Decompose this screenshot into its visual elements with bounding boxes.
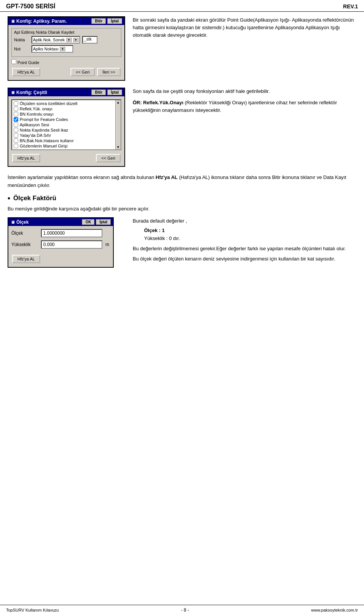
dialog3-ok-btn[interactable]: OK [82, 219, 94, 225]
body-paragraph: İstenilen ayarlamalar yapıldıktan sonra … [8, 174, 356, 190]
dialog1-titlebar: 🖥 Konfig: Apliksy. Param. Bitir İptal [8, 17, 124, 25]
checklist-label-6: Yatay'da DA Sıfır [20, 133, 51, 138]
dialog1-container: 🖥 Konfig: Apliksy. Param. Bitir İptal Ap… [8, 16, 125, 81]
dialog2-container: 🖥 Konfig: Çeşitli Bitir İptal Ölçüden so… [8, 88, 125, 167]
dialog2-geri-btn[interactable]: << Geri [96, 154, 121, 162]
checklist-checkbox-3[interactable] [14, 117, 18, 122]
dialog1-iptal-btn[interactable]: İptal [107, 18, 122, 24]
dialog2-title: Konfig: Çeşitli [16, 90, 90, 95]
dialog3-intro: Burada default değerler , [133, 217, 356, 225]
dropdown-arrow-1b[interactable]: ▼ [73, 38, 78, 42]
point-guide-label: Point Guide [11, 59, 121, 65]
dialog3-title: Ölçek [16, 220, 80, 225]
dialog2-checklist: Ölçüden sonra özellikleri düzeltReflek.Y… [11, 99, 121, 150]
checklist-label-8: Gözlemlerin Manuel Girişi [20, 144, 67, 148]
dialog2-iptal-btn[interactable]: İptal [107, 89, 122, 95]
dialog1-footer-center: << Geri İleri >> [71, 68, 121, 76]
checklist-label-2: BN Kontrolu onayı [20, 112, 53, 116]
footer-right: www.paksoyteknik.com.tr [311, 608, 358, 612]
body-bold1: Hfz'ya AL [155, 174, 177, 180]
checklist-item-1: Reflek.Yük. onayı [14, 106, 114, 111]
dialog1-ileri-btn[interactable]: İleri >> [97, 68, 121, 76]
checklist-label-1: Reflek.Yük. onayı [20, 107, 52, 111]
dialog2-intro: Son sayfa da ise çeşitli onay fonksiyonl… [133, 88, 356, 95]
checklist-checkbox-4[interactable] [14, 122, 18, 127]
dialog3-row1: Ölçek [11, 229, 110, 237]
dropdown-arrow-1[interactable]: ▼ [66, 38, 72, 42]
footer-page: - 8 - [181, 607, 189, 613]
dialog1-nokta-value: Aplik.Nok. Sonek [33, 38, 65, 42]
dialog1-row2: Not Aplks Noktası ▼ [14, 45, 119, 53]
dialog2-icon: 🖥 [11, 90, 15, 95]
dialog1-window: 🖥 Konfig: Apliksy. Param. Bitir İptal Ap… [8, 16, 125, 81]
dialog3-unit-label: m [105, 242, 109, 247]
dialog1-footer: Hfz'ya AL << Geri İleri >> [11, 66, 121, 77]
checklist-checkbox-5[interactable] [14, 128, 18, 132]
dialog3-container: 🖥 Ölçek OK İptal Ölçek Yükseklik [8, 217, 125, 268]
dialog1-para1: Bir sonraki sayfa da yandaki ekran görül… [133, 16, 356, 39]
dialog3-para2: Bu ölçek değeri ölçülen kenarın deniz se… [133, 255, 356, 263]
dialog2-header-buttons: Bitir İptal [91, 89, 122, 95]
checklist-checkbox-0[interactable] [14, 101, 18, 106]
dialog3-header-buttons: OK İptal [82, 219, 111, 225]
dialog2-body: Ölçüden sonra özellikleri düzeltReflek.Y… [8, 96, 124, 166]
body-para1: İstenilen ayarlamalar yapıldıktan sonra … [8, 174, 154, 180]
page-title: GPT-7500 SERİSİ [6, 3, 55, 10]
dialog3-body: Ölçek Yükseklik m Hfz'ya AL [8, 226, 113, 267]
dialog3-iptal-btn[interactable]: İptal [96, 219, 111, 225]
dialog3-text: Burada default değerler , Ölçek : 1 Yüks… [133, 217, 356, 268]
checklist-checkbox-7[interactable] [14, 138, 18, 143]
page-header: GPT-7500 SERİSİ REV.1 [0, 0, 364, 12]
checklist-checkbox-6[interactable] [14, 133, 18, 138]
dialog1-not-label: Not [14, 47, 29, 51]
checklist-label-4: Aplikasyon Sesi [20, 122, 49, 127]
checklist-checkbox-8[interactable] [14, 144, 18, 148]
dialog3-yukseklik-label: Yükseklik [11, 242, 38, 247]
scroll-thumb [116, 105, 121, 145]
main-content: 🖥 Konfig: Apliksy. Param. Bitir İptal Ap… [0, 12, 364, 279]
dropdown-arrow-2[interactable]: ▼ [60, 47, 65, 51]
olcek-subtext: Bu menüye girildiğinde karşınıza aşağıda… [8, 205, 356, 213]
dialog1-not-dropdown[interactable]: Aplks Noktası ▼ [31, 45, 73, 53]
checklist-item-7: BN,Bak.Nok.Hatasını kullanır [14, 138, 114, 143]
section-3: 🖥 Ölçek OK İptal Ölçek Yükseklik [8, 217, 356, 268]
dialog3-row2: Yükseklik m [11, 240, 110, 249]
dialog1-body: Apl Edilmiş Nokta Olarak Kaydet Nokta Ap… [8, 25, 124, 80]
dialog2-example-section: ÖR: Reflek.Yük.Onayı (Reklektör Yüksekli… [133, 99, 356, 114]
checklist-label-5: Nokta Kaydında Sesli ikaz [20, 128, 68, 132]
dialog2-hfz-btn[interactable]: Hfz'ya AL [12, 154, 40, 162]
checklist-item-4: Aplikasyon Sesi [14, 122, 114, 127]
checklist-item-8: Gözlemlerin Manuel Girişi [14, 143, 114, 149]
dialog3-yukseklik-input[interactable] [41, 240, 102, 249]
dialog1-geri-btn[interactable]: << Geri [71, 68, 95, 76]
dialog1-header-buttons: Bitir İptal [91, 18, 122, 24]
checklist-checkbox-1[interactable] [14, 107, 18, 111]
dialog2-bitir-btn[interactable]: Bitir [91, 89, 106, 95]
checklist-item-0: Ölçüden sonra özellikleri düzelt [14, 101, 114, 106]
checklist-label-0: Ölçüden sonra özellikleri düzelt [20, 101, 77, 106]
checklist-checkbox-2[interactable] [14, 112, 18, 116]
bullet-dot: • [8, 194, 10, 203]
checklist-item-5: Nokta Kaydında Sesli ikaz [14, 127, 114, 133]
dialog3-hfz-btn[interactable]: Hfz'ya AL [12, 255, 40, 263]
dialog3-window: 🖥 Ölçek OK İptal Ölçek Yükseklik [8, 217, 114, 268]
olcek-sub: Bu menüye girildiğinde karşınıza aşağıda… [8, 206, 149, 212]
olcek-heading: • Ölçek Faktörü [8, 194, 356, 203]
dialog1-hfz-btn[interactable]: Hfz'ya AL [12, 68, 40, 76]
checklist-item-3: Prompt for Feature Codes [14, 117, 114, 122]
checklist-item-2: BN Kontrolu onayı [14, 111, 114, 117]
dialog1-nokta-dropdown[interactable]: Aplik.Nok. Sonek ▼ ▼ [31, 36, 80, 44]
scroll-down-arrow[interactable]: ▼ [116, 145, 121, 149]
dialog1-stk-input[interactable]: _stk [82, 36, 97, 44]
dialog2-footer: Hfz'ya AL << Geri [11, 152, 121, 163]
dialog2-scrollbar[interactable]: ▲ ▼ [115, 100, 121, 149]
dialog3-footer: Hfz'ya AL [11, 253, 110, 264]
dialog2-example: ÖR: Reflek.Yük.Onayı (Reklektör Yüksekli… [133, 99, 356, 114]
scroll-up-arrow[interactable]: ▲ [116, 100, 121, 105]
point-guide-checkbox[interactable] [11, 59, 16, 64]
dialog1-groupbox: Apl Edilmiş Nokta Olarak Kaydet Nokta Ap… [11, 28, 121, 57]
dialog1-bitir-btn[interactable]: Bitir [91, 18, 106, 24]
dialog3-olcek-input[interactable] [41, 229, 102, 237]
dialog3-icon: 🖥 [11, 220, 15, 224]
olcek-heading-text: Ölçek Faktörü [13, 195, 56, 202]
